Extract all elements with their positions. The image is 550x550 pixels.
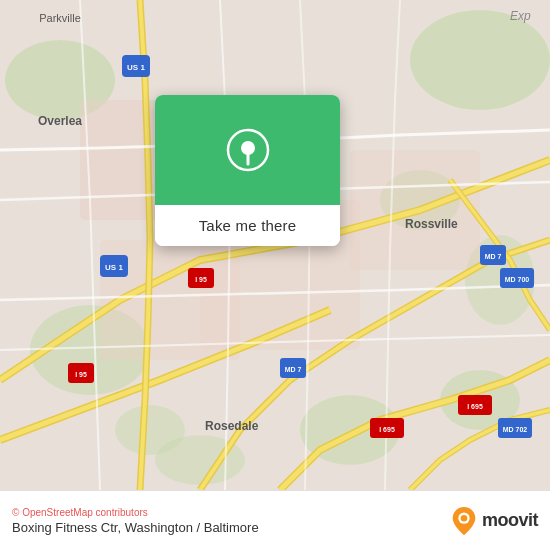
svg-text:Exp: Exp xyxy=(510,9,531,23)
popup-header xyxy=(155,95,340,205)
location-pin-icon xyxy=(226,128,270,172)
location-popup: Take me there xyxy=(155,95,340,246)
osm-link[interactable]: OpenStreetMap contributors xyxy=(22,507,148,518)
svg-text:I 695: I 695 xyxy=(379,426,395,433)
svg-text:Rossville: Rossville xyxy=(405,217,458,231)
svg-text:US 1: US 1 xyxy=(127,63,145,72)
svg-point-2 xyxy=(410,10,550,110)
svg-text:MD 7: MD 7 xyxy=(285,366,302,373)
svg-text:MD 7: MD 7 xyxy=(485,253,502,260)
svg-text:I 95: I 95 xyxy=(195,276,207,283)
copyright-symbol: © xyxy=(12,507,22,518)
moovit-logo: moovit xyxy=(450,505,538,537)
take-me-there-button[interactable]: Take me there xyxy=(155,205,340,246)
svg-text:Parkville: Parkville xyxy=(39,12,81,24)
svg-text:MD 702: MD 702 xyxy=(503,426,528,433)
svg-point-40 xyxy=(241,141,255,155)
svg-text:I 95: I 95 xyxy=(75,371,87,378)
svg-text:MD 700: MD 700 xyxy=(505,276,530,283)
svg-text:US 1: US 1 xyxy=(105,263,123,272)
map-container: US 1 US 1 I 95 I 95 MD 7 MD 7 MD 700 I 6… xyxy=(0,0,550,490)
svg-text:Rosedale: Rosedale xyxy=(205,419,259,433)
moovit-pin-icon xyxy=(450,505,478,537)
location-name: Boxing Fitness Ctr, Washington / Baltimo… xyxy=(12,520,259,535)
bottom-bar: © OpenStreetMap contributors Boxing Fitn… xyxy=(0,490,550,550)
svg-text:I 695: I 695 xyxy=(467,403,483,410)
bottom-left-info: © OpenStreetMap contributors Boxing Fitn… xyxy=(12,507,259,535)
osm-credit: © OpenStreetMap contributors xyxy=(12,507,259,518)
svg-point-42 xyxy=(461,514,468,521)
moovit-brand-text: moovit xyxy=(482,510,538,531)
svg-text:Overlea: Overlea xyxy=(38,114,82,128)
svg-point-9 xyxy=(115,405,185,455)
